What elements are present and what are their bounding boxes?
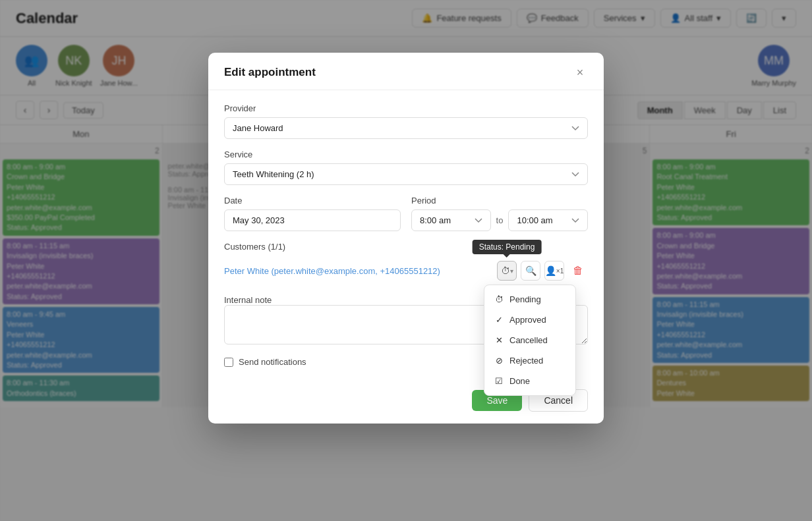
status-done[interactable]: ☑ Done	[484, 371, 575, 391]
status-dropdown: ⏱ Pending ✓ Approved ✕ C	[484, 285, 576, 396]
provider-select[interactable]: Jane Howard	[224, 117, 588, 139]
internal-note-label: Internal note	[224, 295, 272, 305]
status-approved[interactable]: ✓ Approved	[484, 310, 575, 330]
customer-row: Peter White (peter.white@example.com, +1…	[224, 257, 588, 285]
done-icon: ☑	[494, 376, 504, 386]
rejected-label: Rejected	[509, 356, 543, 366]
status-tooltip: Status: Pending	[473, 240, 542, 254]
customer-link[interactable]: Peter White (peter.white@example.com, +1…	[224, 266, 440, 276]
count-label: ×1	[556, 267, 564, 275]
status-rejected[interactable]: ⊘ Rejected	[484, 350, 575, 371]
add-customer-button[interactable]: 👤 ×1	[544, 261, 564, 281]
send-notifications-checkbox[interactable]	[224, 358, 233, 367]
person-add-icon: 👤	[545, 265, 556, 276]
to-label: to	[496, 215, 504, 225]
edit-appointment-modal: Edit appointment × Provider Jane Howard …	[208, 53, 604, 424]
pending-label: Pending	[509, 294, 541, 304]
status-pending[interactable]: ⏱ Pending	[484, 289, 575, 310]
period-end-select[interactable]: 10:00 am	[508, 209, 588, 231]
provider-label: Provider	[224, 103, 588, 113]
approved-label: Approved	[509, 315, 546, 325]
search-icon: 🔍	[525, 265, 536, 276]
modal-title: Edit appointment	[224, 66, 316, 79]
delete-customer-button[interactable]: 🗑	[568, 261, 588, 281]
period-label: Period	[411, 196, 588, 206]
status-cancelled[interactable]: ✕ Cancelled	[484, 330, 575, 350]
approved-icon: ✓	[494, 315, 504, 325]
period-start-select[interactable]: 8:00 am	[411, 209, 491, 231]
send-notifications-label: Send notifications	[239, 357, 306, 367]
cancelled-icon: ✕	[494, 335, 504, 345]
date-label: Date	[224, 196, 401, 206]
status-button[interactable]: ⏱ ▾	[497, 261, 517, 281]
customers-label: Customers (1/1)	[224, 242, 285, 252]
modal-overlay: Edit appointment × Provider Jane Howard …	[0, 0, 812, 521]
done-label: Done	[509, 376, 530, 386]
rejected-icon: ⊘	[494, 356, 504, 366]
search-customer-button[interactable]: 🔍	[521, 261, 540, 281]
service-select[interactable]: Teeth Whitening (2 h)	[224, 163, 588, 185]
customer-actions: Status: Pending ⏱ ▾ ⏱ Pending	[497, 261, 588, 281]
status-button-container: Status: Pending ⏱ ▾ ⏱ Pending	[497, 261, 517, 281]
trash-icon: 🗑	[573, 265, 583, 277]
service-label: Service	[224, 150, 588, 159]
cancelled-label: Cancelled	[509, 335, 548, 345]
close-button[interactable]: ×	[572, 65, 588, 80]
clock-icon: ⏱	[501, 265, 510, 276]
chevron-icon: ▾	[510, 267, 513, 275]
date-input[interactable]	[224, 209, 401, 231]
pending-icon: ⏱	[494, 294, 504, 304]
